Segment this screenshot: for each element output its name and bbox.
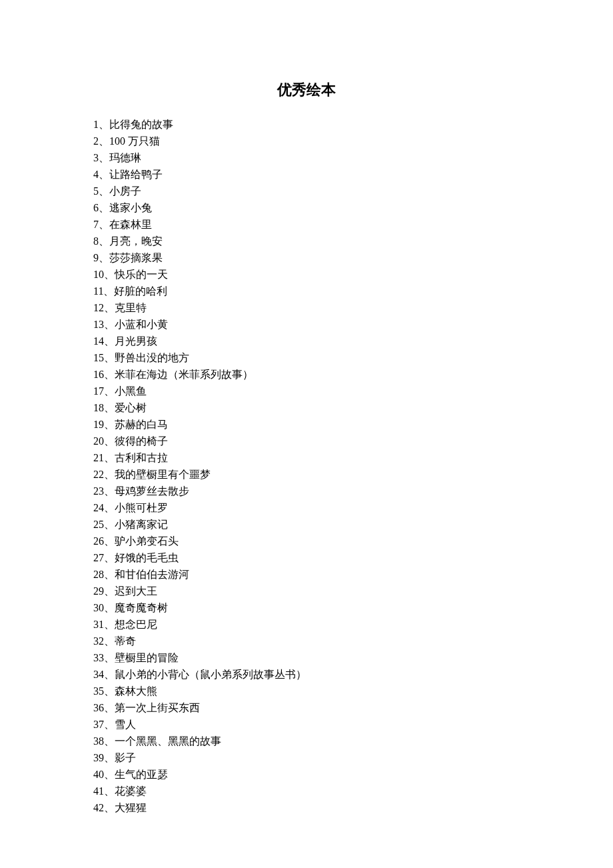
item-separator: 、	[104, 369, 115, 380]
item-title: 爱心树	[115, 402, 147, 413]
item-number: 31	[93, 619, 104, 630]
list-item: 23、母鸡萝丝去散步	[93, 483, 520, 499]
item-separator: 、	[104, 302, 115, 313]
item-title: 影子	[115, 752, 136, 763]
item-title: 鼠小弟的小背心（鼠小弟系列故事丛书）	[115, 669, 306, 680]
list-item: 41、花婆婆	[93, 783, 520, 799]
item-separator: 、	[104, 619, 115, 630]
item-title: 逃家小兔	[109, 202, 152, 213]
item-title: 生气的亚瑟	[115, 769, 168, 780]
item-title: 大猩猩	[115, 802, 147, 813]
list-item: 28、和甘伯伯去游河	[93, 566, 520, 583]
item-title: 月亮，晚安	[109, 235, 163, 247]
item-number: 41	[93, 785, 104, 797]
item-number: 32	[93, 635, 104, 647]
item-title: 野兽出没的地方	[115, 352, 189, 363]
item-title: 小黑鱼	[115, 385, 147, 397]
item-title: 一个黑黑、黑黑的故事	[115, 735, 221, 747]
item-title: 我的壁橱里有个噩梦	[115, 469, 211, 480]
book-list: 1、比得兔的故事2、100 万只猫3、玛德琳4、让路给鸭子5、小房子6、逃家小兔…	[93, 116, 520, 816]
item-title: 魔奇魔奇树	[115, 602, 168, 613]
item-separator: 、	[104, 269, 115, 280]
item-number: 24	[93, 502, 104, 513]
list-item: 4、让路给鸭子	[93, 166, 520, 183]
item-number: 12	[93, 302, 104, 313]
list-item: 14、月光男孩	[93, 333, 520, 349]
item-separator: 、	[104, 785, 115, 797]
item-title: 驴小弟变石头	[115, 535, 179, 547]
list-item: 15、野兽出没的地方	[93, 349, 520, 366]
item-title: 迟到大王	[115, 585, 157, 597]
item-number: 30	[93, 602, 104, 613]
item-separator: 、	[104, 435, 115, 447]
item-title: 让路给鸭子	[109, 169, 163, 180]
list-item: 29、迟到大王	[93, 583, 520, 599]
item-separator: 、	[104, 319, 115, 330]
list-item: 33、壁橱里的冒险	[93, 649, 520, 666]
list-item: 22、我的壁橱里有个噩梦	[93, 466, 520, 483]
item-separator: 、	[99, 185, 109, 197]
item-title: 克里特	[115, 302, 147, 313]
item-number: 5	[93, 185, 99, 197]
list-item: 17、小黑鱼	[93, 383, 520, 399]
item-separator: 、	[104, 552, 115, 563]
item-number: 4	[93, 169, 99, 180]
list-item: 42、大猩猩	[93, 799, 520, 816]
list-item: 34、鼠小弟的小背心（鼠小弟系列故事丛书）	[93, 666, 520, 683]
item-separator: 、	[99, 252, 109, 263]
item-title: 快乐的一天	[115, 269, 168, 280]
item-number: 20	[93, 435, 104, 447]
item-number: 42	[93, 802, 104, 813]
item-number: 39	[93, 752, 104, 763]
list-item: 24、小熊可杜罗	[93, 499, 520, 516]
item-title: 100 万只猫	[109, 135, 160, 147]
item-separator: 、	[104, 685, 115, 697]
item-separator: 、	[104, 402, 115, 413]
item-number: 1	[93, 119, 99, 130]
item-title: 森林大熊	[115, 685, 157, 697]
item-number: 15	[93, 352, 104, 363]
item-title: 小熊可杜罗	[115, 502, 168, 513]
list-item: 21、古利和古拉	[93, 449, 520, 466]
item-separator: 、	[99, 169, 109, 180]
item-separator: 、	[104, 652, 115, 663]
list-item: 27、好饿的毛毛虫	[93, 549, 520, 566]
list-item: 3、玛德琳	[93, 149, 520, 166]
item-title: 在森林里	[109, 219, 152, 230]
item-separator: 、	[104, 569, 115, 580]
item-separator: 、	[104, 769, 115, 780]
list-item: 9、莎莎摘浆果	[93, 249, 520, 266]
item-separator: 、	[104, 502, 115, 513]
item-separator: 、	[104, 469, 115, 480]
list-item: 26、驴小弟变石头	[93, 533, 520, 549]
item-number: 34	[93, 669, 104, 680]
item-number: 11	[93, 285, 103, 297]
item-number: 6	[93, 202, 99, 213]
item-title: 彼得的椅子	[115, 435, 168, 447]
item-title: 第一次上街买东西	[115, 702, 200, 713]
item-title: 壁橱里的冒险	[115, 652, 179, 663]
list-item: 8、月亮，晚安	[93, 233, 520, 249]
item-separator: 、	[104, 452, 115, 463]
item-number: 27	[93, 552, 104, 563]
item-number: 10	[93, 269, 104, 280]
item-separator: 、	[99, 235, 109, 247]
item-separator: 、	[104, 669, 115, 680]
list-item: 7、在森林里	[93, 216, 520, 233]
page-title: 优秀绘本	[93, 80, 520, 100]
list-item: 38、一个黑黑、黑黑的故事	[93, 733, 520, 749]
item-separator: 、	[104, 602, 115, 613]
item-separator: 、	[104, 519, 115, 530]
item-separator: 、	[104, 802, 115, 813]
item-title: 花婆婆	[115, 785, 147, 797]
list-item: 16、米菲在海边（米菲系列故事）	[93, 366, 520, 383]
item-title: 雪人	[115, 719, 136, 730]
item-separator: 、	[104, 419, 115, 430]
list-item: 2、100 万只猫	[93, 133, 520, 149]
list-item: 6、逃家小兔	[93, 199, 520, 216]
item-title: 莎莎摘浆果	[109, 252, 163, 263]
list-item: 5、小房子	[93, 183, 520, 199]
item-title: 蒂奇	[115, 635, 136, 647]
item-separator: 、	[99, 202, 109, 213]
item-number: 23	[93, 485, 104, 497]
